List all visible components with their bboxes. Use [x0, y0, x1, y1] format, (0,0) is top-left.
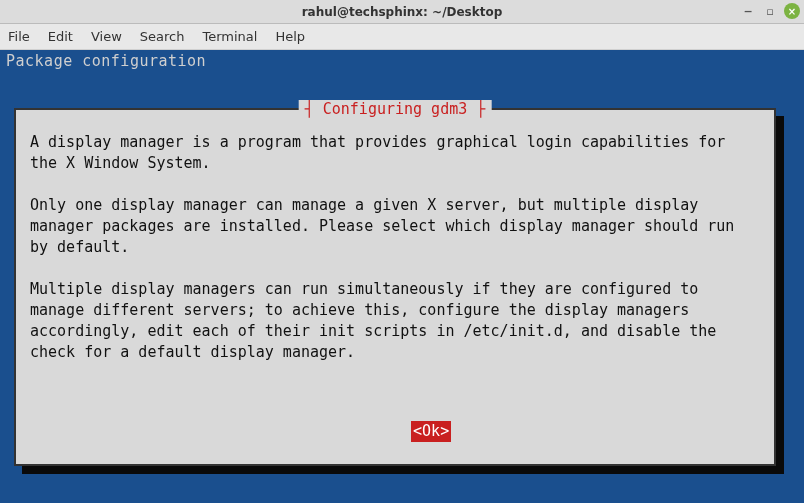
maximize-icon[interactable]: ▫ [762, 3, 778, 19]
dialog-paragraph-1: A display manager is a program that prov… [30, 133, 734, 172]
menu-terminal[interactable]: Terminal [202, 29, 257, 44]
window-controls: − ▫ × [740, 3, 800, 19]
window-title: rahul@techsphinx: ~/Desktop [302, 5, 503, 19]
menu-view[interactable]: View [91, 29, 122, 44]
terminal-area[interactable]: Package configuration ┤ Configuring gdm3… [0, 50, 804, 503]
dialog-title-text: Configuring gdm3 [323, 100, 468, 118]
menu-file[interactable]: File [8, 29, 30, 44]
ok-button[interactable]: <Ok> [411, 421, 451, 442]
minimize-icon[interactable]: − [740, 3, 756, 19]
menu-edit[interactable]: Edit [48, 29, 73, 44]
menu-help[interactable]: Help [275, 29, 305, 44]
dialog-body: A display manager is a program that prov… [16, 110, 774, 503]
ok-button-row: <Ok> [30, 400, 760, 463]
dialog-title: ┤ Configuring gdm3 ├ [299, 100, 492, 118]
close-icon[interactable]: × [784, 3, 800, 19]
menubar: File Edit View Search Terminal Help [0, 24, 804, 50]
terminal-header-text: Package configuration [0, 50, 804, 74]
menu-search[interactable]: Search [140, 29, 185, 44]
dialog-paragraph-3: Multiple display managers can run simult… [30, 280, 725, 361]
config-dialog: ┤ Configuring gdm3 ├ A display manager i… [14, 108, 776, 466]
window-titlebar: rahul@techsphinx: ~/Desktop − ▫ × [0, 0, 804, 24]
dialog-paragraph-2: Only one display manager can manage a gi… [30, 196, 743, 256]
